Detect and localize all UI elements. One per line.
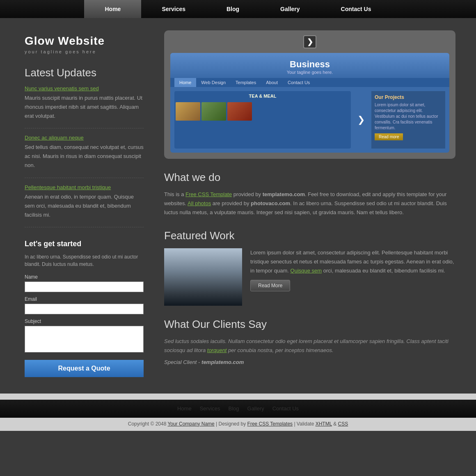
- nav-contact[interactable]: Contact Us: [320, 0, 392, 18]
- copyright-year: 2048: [156, 421, 167, 427]
- footer-link-home[interactable]: Home: [177, 405, 192, 412]
- slider-title: Business: [178, 59, 441, 70]
- nav-home[interactable]: Home: [84, 0, 141, 18]
- main-content: ❯ Business Your tagline goes here. Home …: [156, 26, 455, 385]
- brand2: photovaco.com: [251, 200, 290, 206]
- copyright: Copyright © 2048 Your Company Name | Des…: [0, 421, 476, 427]
- slider-right-panel: Our Projects Lorem ipsum dolor sit amet,…: [371, 91, 445, 149]
- slider-tab-webdesign[interactable]: Web Design: [196, 78, 231, 87]
- email-label: Email: [25, 296, 144, 302]
- slider-read-more-button[interactable]: Read more: [375, 133, 403, 140]
- featured-text: Lorem ipsum dolor sit amet, consectetur …: [250, 248, 455, 291]
- slider-section: ❯ Business Your tagline goes here. Home …: [164, 30, 455, 159]
- what-we-do-body: This is a Free CSS Template provided by …: [164, 190, 455, 217]
- featured-work-section: Featured Work Lorem ipsum dolor sit amet…: [164, 229, 455, 306]
- what-we-do-heading: What we do: [164, 171, 455, 184]
- featured-row: Lorem ipsum dolor sit amet, consectetur …: [164, 248, 455, 306]
- tea-meal-label: TEA & MEAL: [174, 91, 351, 101]
- client-name: Special Client - templatemo.com: [164, 359, 455, 365]
- subject-label: Subject: [25, 318, 144, 324]
- slider-tab-contact[interactable]: Contact Us: [283, 78, 315, 87]
- client-quote: Sed luctus sodales iaculis. Nullam conse…: [164, 337, 455, 355]
- food-thumb-2: [201, 102, 226, 121]
- email-field-group: Email: [25, 296, 144, 314]
- main-nav: Home Services Blog Gallery Contact Us: [0, 0, 476, 18]
- featured-body: Lorem ipsum dolor sit amet, consectetur …: [250, 248, 455, 275]
- get-started-heading: Let's get started: [25, 240, 144, 248]
- subject-textarea[interactable]: [25, 326, 144, 352]
- quote-end: per conubia nostra, per inceptos himenae…: [227, 347, 333, 353]
- update-item-2: Donec ac aliquam neque Sed tellus diam, …: [25, 135, 144, 170]
- site-title-block: Glow Website your tagline goes here: [25, 34, 144, 54]
- free-css-link[interactable]: Free CSS Template: [185, 191, 232, 197]
- slider-tab-about[interactable]: About: [261, 78, 283, 87]
- nav-blog[interactable]: Blog: [206, 0, 260, 18]
- footer: Home Services Blog Gallery Contact Us Co…: [0, 394, 476, 431]
- divider-2: [25, 178, 144, 178]
- site-tagline: your tagline goes here: [25, 49, 144, 54]
- subject-field-group: Subject: [25, 318, 144, 354]
- css-link[interactable]: CSS: [338, 421, 348, 427]
- featured-work-heading: Featured Work: [164, 229, 455, 242]
- slider-inner: Business Your tagline goes here. Home We…: [170, 53, 449, 153]
- footer-link-gallery[interactable]: Gallery: [247, 405, 264, 412]
- slider-tabs: Home Web Design Templates About Contact …: [170, 78, 449, 87]
- featured-read-more-button[interactable]: Read More: [250, 280, 290, 291]
- name-field-group: Name: [25, 274, 144, 292]
- sidebar: Glow Website your tagline goes here Late…: [21, 26, 156, 385]
- torquent-link[interactable]: torquent: [207, 347, 227, 353]
- update-body-2: Sed tellus diam, consequat nec volutpat …: [25, 143, 144, 170]
- update-item-3: Pellentesque habitant morbi tristique Ae…: [25, 184, 144, 220]
- get-started-section: Let's get started In ac libero urna. Sus…: [25, 240, 144, 377]
- nav-services[interactable]: Services: [141, 0, 206, 18]
- slider-next-arrow[interactable]: ❯: [355, 91, 367, 149]
- clients-heading: What Our Clients Say: [164, 318, 455, 331]
- projects-heading: Our Projects: [375, 94, 442, 100]
- body-mid3: are provided by: [211, 200, 251, 206]
- slider-left-panel: TEA & MEAL: [174, 91, 351, 149]
- site-title: Glow Website: [25, 34, 144, 48]
- footer-nav: Home Services Blog Gallery Contact Us: [0, 400, 476, 418]
- latest-updates-heading: Latest Updates: [25, 66, 144, 79]
- xhtml-link[interactable]: XHTML: [316, 421, 332, 427]
- name-input[interactable]: [25, 281, 144, 292]
- update-link-2[interactable]: Donec ac aliquam neque: [25, 135, 144, 141]
- slider-tab-home[interactable]: Home: [174, 78, 196, 87]
- footer-link-contact[interactable]: Contact Us: [272, 405, 299, 412]
- slider-subtitle: Your tagline goes here.: [178, 70, 441, 75]
- quisque-sem-link[interactable]: Quisque sem: [291, 268, 322, 274]
- update-link-1[interactable]: Nunc varius venenatis sem sed: [25, 85, 144, 92]
- food-thumb-3: [227, 102, 252, 121]
- footer-link-blog[interactable]: Blog: [229, 405, 239, 412]
- update-link-3[interactable]: Pellentesque habitant morbi tristique: [25, 184, 144, 190]
- update-body-3: Aenean in erat odio, in tempor quam. Qui…: [25, 192, 144, 220]
- divider-3: [25, 227, 144, 227]
- all-photos-link[interactable]: All photos: [188, 200, 211, 206]
- what-we-do-section: What we do This is a Free CSS Template p…: [164, 171, 455, 217]
- email-input[interactable]: [25, 304, 144, 314]
- update-body-1: Mauris suscipit mauris in purus mattis p…: [25, 94, 144, 121]
- slider-content: TEA & MEAL ❯ Our Projects Lorem ipsum do…: [170, 87, 449, 153]
- slider-tab-templates[interactable]: Templates: [231, 78, 261, 87]
- footer-link-services[interactable]: Services: [200, 405, 220, 412]
- divider-1: [25, 128, 144, 128]
- brand1: templatemo.com: [263, 191, 305, 197]
- company-name-link[interactable]: Your Company Name: [167, 421, 214, 427]
- projects-body: Lorem ipsum dolor sit amet, consectetur …: [375, 102, 442, 131]
- body-mid1: provided by: [232, 191, 262, 197]
- nav-gallery[interactable]: Gallery: [260, 0, 320, 18]
- designer-link[interactable]: Free CSS Templates: [247, 421, 293, 427]
- slider-header: Business Your tagline goes here.: [170, 53, 449, 78]
- latest-updates-section: Latest Updates Nunc varius venenatis sem…: [25, 66, 144, 227]
- name-label: Name: [25, 274, 144, 280]
- food-thumb-1: [176, 102, 200, 121]
- update-item-1: Nunc varius venenatis sem sed Mauris sus…: [25, 85, 144, 121]
- get-started-body: In ac libero urna. Suspendisse sed odio …: [25, 253, 144, 268]
- clients-section: What Our Clients Say Sed luctus sodales …: [164, 318, 455, 365]
- food-thumbnails: [174, 101, 351, 122]
- body-start: This is a: [164, 191, 185, 197]
- slider-arrow[interactable]: ❯: [303, 35, 316, 48]
- request-quote-button[interactable]: Request a Quote: [25, 360, 144, 377]
- featured-image: [164, 248, 242, 306]
- silhouette-graphic: [164, 248, 242, 306]
